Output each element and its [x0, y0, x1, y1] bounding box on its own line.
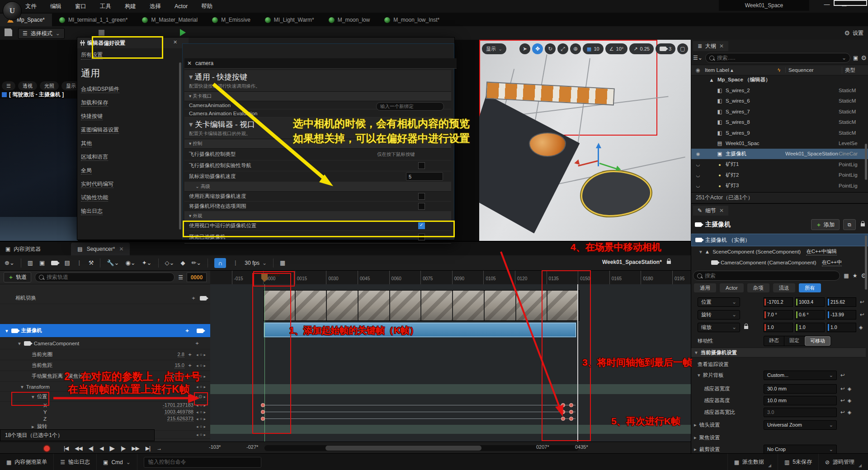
- group-advanced[interactable]: ⌄ 高级: [184, 182, 451, 192]
- cmd-dropdown[interactable]: ▣ Cmd ⌄: [97, 454, 137, 470]
- range-start[interactable]: -103*: [209, 444, 221, 450]
- grid-snap-pill[interactable]: ▦10: [583, 43, 604, 54]
- outliner-row[interactable]: S_wires_7 StaticM: [691, 106, 868, 117]
- add-actor-icon[interactable]: [99, 30, 104, 36]
- step-back-icon[interactable]: ◀|: [89, 445, 93, 451]
- outliner-row[interactable]: S_wires_9 StaticM: [691, 127, 868, 138]
- plus-icon[interactable]: ＋: [184, 327, 190, 334]
- rotate-tool-icon[interactable]: ↻: [545, 43, 556, 54]
- keyframe-nav[interactable]: ◂○▸: [196, 363, 206, 368]
- scale-z-field[interactable]: 1.0: [827, 323, 856, 332]
- pref-row[interactable]: 将摄像机环绕在选项周围: [184, 202, 451, 212]
- range-end[interactable]: 0435*: [575, 444, 588, 450]
- play-icon[interactable]: [180, 29, 186, 36]
- plus-icon[interactable]: ＋: [187, 362, 193, 369]
- asset-tab[interactable]: M_moon_low_Inst*: [377, 14, 447, 26]
- keyframe-nav[interactable]: ◂○▸: [196, 384, 206, 389]
- reset-icon[interactable]: ↩: [840, 397, 845, 404]
- play-icon[interactable]: ▶: [109, 444, 114, 452]
- outliner-row[interactable]: 矿灯1 PointLig: [691, 159, 868, 169]
- record-icon[interactable]: [43, 445, 51, 452]
- rotation-z-field[interactable]: -13.99: [827, 310, 856, 320]
- sensor-width-field[interactable]: 30.0 mm: [764, 384, 837, 394]
- angle-snap-pill[interactable]: ∠10°: [605, 43, 628, 54]
- rotation-y-field[interactable]: 0.6 °: [795, 310, 825, 320]
- details-tab[interactable]: ✎ 细节 ✕: [693, 206, 728, 216]
- save-icon[interactable]: ▥: [28, 259, 33, 266]
- visibility-column-icon[interactable]: ◉: [691, 67, 705, 73]
- cpp-edit-link[interactable]: 在C++中: [822, 259, 842, 266]
- prev-key-icon[interactable]: ◀◀: [75, 445, 82, 451]
- prefs-nav-item[interactable]: 其他: [81, 140, 176, 147]
- outliner-row[interactable]: 矿灯2 PointLig: [691, 170, 868, 180]
- lock-icon[interactable]: [744, 326, 748, 329]
- gizmo-y-axis[interactable]: [599, 163, 617, 169]
- dialog-close-icon[interactable]: ✕: [173, 39, 177, 45]
- mobility-option[interactable]: 固定: [784, 336, 805, 346]
- content-drawer-button[interactable]: ▦ 内容侧滑菜单: [0, 454, 54, 470]
- menu-item[interactable]: 帮助: [201, 3, 212, 10]
- prefs-nav-item[interactable]: 试验性功能: [81, 194, 176, 202]
- blueprint-icon[interactable]: ⧉: [843, 219, 856, 230]
- pref-row[interactable]: CameraAnimation 输入一个新绑定: [184, 101, 451, 109]
- scale-dropdown[interactable]: 缩放⌄: [698, 323, 740, 332]
- add-component-button[interactable]: ＋ 添加: [811, 219, 840, 230]
- track-search-input[interactable]: 搜索轨道: [35, 273, 175, 282]
- prefs-nav-item[interactable]: 全局: [81, 167, 176, 174]
- outliner-row[interactable]: 主摄像机 Week01_SpaceStation CineCar: [691, 149, 868, 159]
- camera-count-pill[interactable]: 3: [656, 43, 675, 54]
- close-icon[interactable]: ✕: [719, 43, 724, 49]
- filter-chip[interactable]: 杂项: [747, 283, 769, 292]
- play-reverse-icon[interactable]: ◀: [99, 445, 103, 451]
- reset-icon[interactable]: ↩: [840, 385, 845, 392]
- render-movie-icon[interactable]: ▤: [64, 259, 70, 266]
- prefs-nav-item[interactable]: 加载和保存: [81, 99, 176, 107]
- outliner-row[interactable]: Week01_Spac LevelSe: [691, 138, 868, 148]
- maximize-viewport-icon[interactable]: ▢: [677, 43, 688, 54]
- scale-x-field[interactable]: 1.0: [764, 323, 793, 332]
- content-browser-tab[interactable]: ▣ 内容浏览器: [0, 243, 46, 255]
- favorites-icon[interactable]: ★: [853, 273, 858, 279]
- mobility-option[interactable]: 可移动: [805, 336, 830, 346]
- plus-icon[interactable]: ＋: [194, 339, 200, 347]
- sequencer-spawn-icon[interactable]: ϟ: [773, 67, 785, 73]
- step-forward-icon[interactable]: |▶: [121, 445, 125, 451]
- timeline-scrollbar[interactable]: [264, 445, 579, 451]
- reset-icon[interactable]: ↩: [840, 409, 845, 415]
- keyframe-options-icon[interactable]: ◇⌄: [165, 259, 175, 266]
- prefs-nav-item[interactable]: 蓝图编辑器设置: [81, 126, 176, 134]
- visibility-icon[interactable]: [691, 183, 705, 188]
- menu-item[interactable]: 窗口: [75, 3, 86, 10]
- close-icon[interactable]: ✕: [719, 207, 724, 214]
- new-folder-icon[interactable]: ▣: [853, 55, 858, 61]
- show-dropdown[interactable]: 显示⌄: [482, 43, 506, 54]
- keyframe-nav[interactable]: ◂○▸: [196, 424, 206, 429]
- section-current-camera[interactable]: ▾当前摄像机设置: [691, 348, 866, 357]
- add-track-button[interactable]: ＋ 轨道: [4, 272, 31, 282]
- keyframe-nav[interactable]: ◂○▸: [196, 352, 206, 357]
- camera-icon[interactable]: [197, 329, 203, 333]
- checkbox[interactable]: [418, 162, 425, 169]
- location-y-track[interactable]: Y 1003.469788 ◂○▸: [0, 409, 210, 415]
- keyframe-nav[interactable]: ◂○▸: [196, 432, 206, 437]
- instance-row[interactable]: 主摄像机 （实例）: [691, 234, 868, 246]
- prefs-search-input[interactable]: ✕ camera: [184, 58, 457, 69]
- plus-icon[interactable]: ＋: [187, 351, 193, 358]
- snap-options-icon[interactable]: ⋮: [232, 259, 238, 266]
- derived-data-button[interactable]: ▦ 派生数据◢: [727, 454, 778, 470]
- auto-key-icon[interactable]: ◆: [180, 259, 185, 266]
- snap-magnet-icon[interactable]: ∩: [214, 258, 226, 268]
- outliner-row[interactable]: 矿灯3 PointLig: [691, 180, 868, 191]
- outliner-search-input[interactable]: 搜索..... ⌄: [705, 53, 850, 63]
- keyframe-add-icon[interactable]: ◈: [848, 409, 851, 415]
- track-filter-icon[interactable]: ☰: [178, 274, 183, 281]
- outliner-row[interactable]: S_wires_8 StaticM: [691, 117, 868, 127]
- lit-pill[interactable]: 光照: [40, 81, 59, 90]
- edit-icon[interactable]: ✏⌄: [191, 259, 201, 266]
- tracking-row[interactable]: 查看追踪设置: [691, 358, 866, 370]
- world-icon[interactable]: ⊕: [570, 43, 581, 54]
- camera-icon[interactable]: [51, 261, 58, 265]
- camera-icon[interactable]: [200, 296, 207, 301]
- camera-track[interactable]: ▾ 主摄像机 ＋: [0, 324, 210, 338]
- more-icon[interactable]: ⋮: [76, 259, 82, 266]
